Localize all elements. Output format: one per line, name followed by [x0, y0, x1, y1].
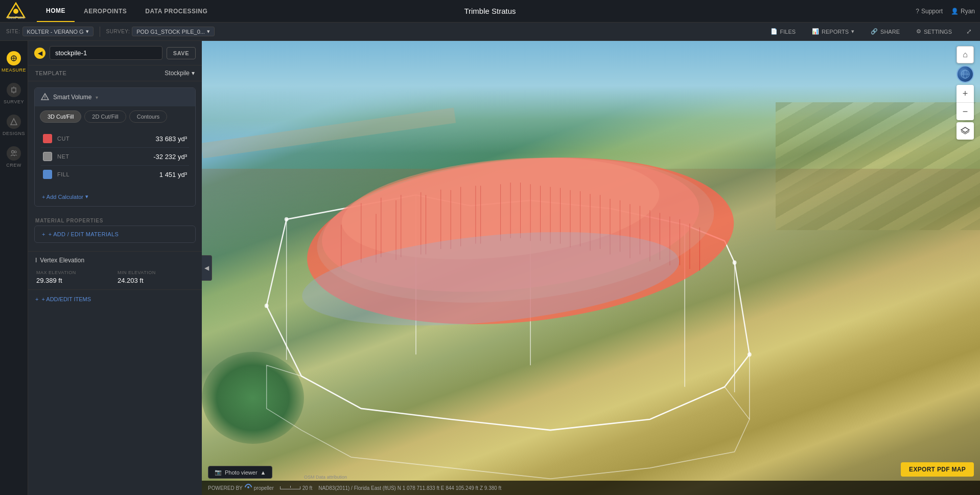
map-controls: ⌂ + − — [956, 46, 974, 140]
photo-viewer-btn[interactable]: 📷 Photo viewer ▲ — [208, 466, 272, 479]
support-link[interactable]: ? Support — [916, 8, 943, 15]
smart-volume-chevron-icon: ▾ — [96, 95, 98, 100]
help-icon: ? — [916, 8, 919, 15]
files-icon: 📄 — [771, 28, 778, 35]
add-edit-materials-btn[interactable]: + + ADD / EDIT MATERIALS — [35, 226, 195, 242]
svg-text:GeoPoint: GeoPoint — [7, 15, 25, 20]
template-chevron-icon: ▾ — [192, 70, 195, 77]
reports-chevron-icon: ▾ — [851, 28, 854, 35]
top-nav: GeoPoint HOME AEROPOINTS DATA PROCESSING… — [0, 0, 980, 22]
fill-color-box — [43, 170, 52, 179]
scale-label: 20 ft — [302, 485, 312, 491]
volume-tabs: 3D Cut/Fill 2D Cut/Fill Contours — [35, 106, 195, 127]
osm-label: OSM — [304, 475, 315, 480]
material-properties-section: + + ADD / EDIT MATERIALS — [34, 226, 196, 243]
svg-point-1 — [13, 9, 18, 14]
settings-label: SETTINGS — [924, 29, 952, 35]
save-button[interactable]: SAVE — [167, 47, 196, 59]
designs-icon — [7, 115, 21, 129]
max-elevation-value: 29.389 ft — [36, 277, 112, 284]
layers-btn[interactable] — [956, 122, 974, 140]
fill-measurement: FILL 1 451 yd³ — [41, 166, 189, 183]
svg-point-72 — [247, 486, 249, 488]
nav-aeropoints[interactable]: AEROPOINTS — [75, 0, 136, 22]
measure-label: MEASURE — [2, 68, 26, 73]
cut-measurement: CUT 33 683 yd³ — [41, 130, 189, 148]
site-info: SITE: KOLTER - VERANO G ▾ — [6, 27, 94, 36]
designs-label: DESIGNS — [3, 131, 25, 136]
template-label: TEMPLATE — [35, 70, 66, 76]
template-row: TEMPLATE Stockpile ▾ — [28, 65, 202, 81]
propeller-label: propeller — [254, 485, 274, 491]
add-edit-items-btn[interactable]: + + ADD/EDIT ITEMS — [28, 289, 202, 308]
tab-2d-cut-fill[interactable]: 2D Cut/Fill — [84, 110, 126, 123]
panel-collapse-btn[interactable]: ◀ — [202, 255, 212, 281]
add-calculator-label: + Add Calculator — [42, 194, 83, 200]
export-pdf-btn[interactable]: EXPORT PDF MAP — [901, 462, 974, 477]
reports-btn[interactable]: 📊 REPORTS ▾ — [808, 27, 858, 36]
cut-label: CUT — [57, 136, 151, 142]
sidebar-item-survey[interactable]: SURVEY — [0, 78, 28, 109]
survey-value: POD G1_STOCK PILE_0... — [136, 29, 205, 35]
svg-point-14 — [44, 99, 45, 100]
net-color-box — [43, 152, 52, 161]
add-edit-items-plus-icon: + — [35, 296, 38, 302]
svg-rect-6 — [12, 88, 16, 92]
site-dropdown[interactable]: KOLTER - VERANO G ▾ — [22, 27, 94, 36]
user-area[interactable]: 👤 Ryan — [951, 8, 975, 15]
fill-label: FILL — [57, 171, 154, 177]
template-value-text: Stockpile — [165, 70, 190, 77]
smart-volume-header[interactable]: Smart Volume ▾ — [35, 88, 195, 106]
fullscreen-btn[interactable]: ⤢ — [964, 27, 974, 36]
zoom-out-btn[interactable]: − — [956, 103, 974, 120]
add-calculator-btn[interactable]: + Add Calculator ▾ — [35, 189, 195, 206]
map-area[interactable]: ◀ ⌂ + − — [202, 41, 980, 495]
globe-btn[interactable] — [956, 65, 974, 83]
tab-3d-cut-fill[interactable]: 3D Cut/Fill — [40, 110, 81, 123]
site-value: KOLTER - VERANO G — [27, 29, 84, 35]
files-btn[interactable]: 📄 FILES — [766, 27, 800, 36]
min-elevation-label: MIN ELEVATION — [118, 270, 194, 275]
top-nav-right: ? Support 👤 Ryan — [916, 8, 975, 15]
zoom-controls: + − — [956, 85, 974, 120]
user-icon: 👤 — [951, 8, 959, 15]
home-map-btn[interactable]: ⌂ — [956, 46, 974, 63]
sidebar-item-designs[interactable]: DESIGNS — [0, 109, 28, 141]
share-btn[interactable]: 🔗 SHARE — [867, 27, 904, 36]
scale-bar: 20 ft — [280, 485, 312, 491]
nav-data-processing[interactable]: DATA PROCESSING — [136, 0, 217, 22]
sidebar-item-measure[interactable]: MEASURE — [0, 46, 28, 78]
svg-point-11 — [14, 151, 16, 153]
svg-marker-9 — [11, 119, 17, 125]
coordinates: NAD83(2011) / Florida East (ftUS) N 1 07… — [318, 485, 501, 491]
survey-dropdown[interactable]: POD G1_STOCK PILE_0... ▾ — [132, 27, 215, 36]
second-nav-right: 📄 FILES 📊 REPORTS ▾ 🔗 SHARE ⚙ SETTINGS ⤢ — [766, 27, 974, 36]
vertex-elevation-section: I Vertex Elevation MAX ELEVATION 29.389 … — [28, 251, 202, 289]
support-label: Support — [921, 8, 943, 15]
net-label: NET — [57, 153, 148, 160]
fill-value: 1 451 yd³ — [159, 171, 187, 178]
photo-viewer-icon: 📷 — [215, 469, 222, 476]
reports-icon: 📊 — [812, 28, 819, 35]
min-elevation-item: MIN ELEVATION 24.203 ft — [118, 270, 194, 284]
stockpile-name-input[interactable] — [50, 46, 162, 60]
nav-home[interactable]: HOME — [37, 0, 75, 22]
survey-label: SURVEY: — [106, 29, 130, 34]
elevation-grid: MAX ELEVATION 29.389 ft MIN ELEVATION 24… — [35, 270, 195, 284]
settings-btn[interactable]: ⚙ SETTINGS — [912, 27, 956, 36]
vertex-elevation-header[interactable]: I Vertex Elevation — [35, 257, 195, 264]
nav-separator-1 — [100, 27, 100, 37]
logo-area: GeoPoint — [5, 2, 27, 20]
max-elevation-label: MAX ELEVATION — [36, 270, 112, 275]
data-attribution-label: Data attribution — [316, 475, 347, 480]
panel-header: ◀ SAVE — [28, 41, 202, 65]
min-elevation-value: 24.203 ft — [118, 277, 194, 284]
sidebar-item-crew[interactable]: CREW — [0, 141, 28, 173]
template-dropdown[interactable]: Stockpile ▾ — [165, 70, 195, 77]
propeller-logo — [245, 484, 252, 492]
tab-contours[interactable]: Contours — [129, 110, 168, 123]
svg-point-10 — [12, 151, 14, 153]
zoom-in-btn[interactable]: + — [956, 85, 974, 102]
material-properties-title: MATERIAL PROPERTIES — [28, 213, 202, 226]
back-button[interactable]: ◀ — [34, 48, 45, 59]
